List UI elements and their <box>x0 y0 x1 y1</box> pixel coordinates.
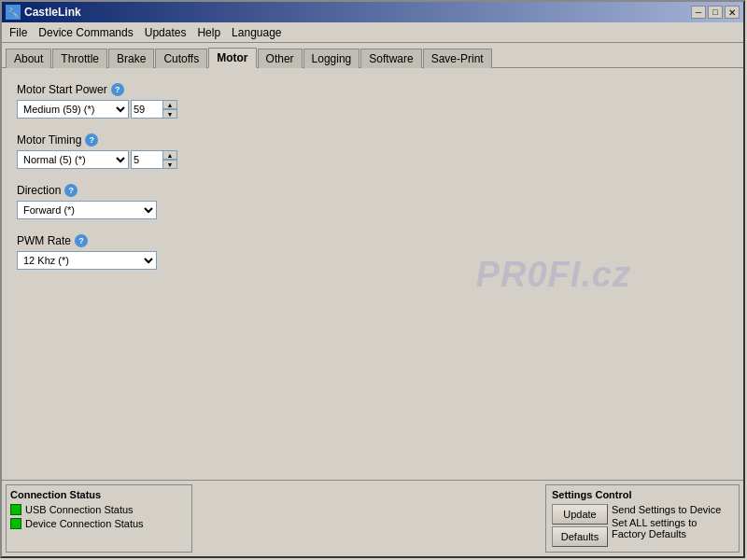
motor-timing-dropdown[interactable]: Normal (5) (*) Low (0) (*) High (10) (*) <box>17 150 129 169</box>
settings-control-panel: Settings Control Update Defaults Send Se… <box>545 484 740 553</box>
menu-bar: File Device Commands Updates Help Langua… <box>2 22 743 43</box>
motor-timing-input[interactable] <box>131 150 162 169</box>
tab-throttle[interactable]: Throttle <box>52 49 107 68</box>
settings-btn-group: Update Defaults <box>552 504 608 547</box>
tab-save-print[interactable]: Save-Print <box>423 49 492 68</box>
update-button[interactable]: Update <box>552 504 608 525</box>
settings-control-title: Settings Control <box>552 489 733 500</box>
settings-control-inner: Settings Control Update Defaults Send Se… <box>552 489 733 548</box>
motor-timing-up-button[interactable]: ▲ <box>162 150 177 160</box>
bottom-spacer <box>196 484 542 553</box>
motor-timing-control-row: Normal (5) (*) Low (0) (*) High (10) (*)… <box>17 150 728 169</box>
tab-motor[interactable]: Motor <box>208 48 256 68</box>
connection-status-panel: Connection Status USB Connection Status … <box>6 484 192 553</box>
motor-timing-label: Motor Timing <box>17 133 81 147</box>
defaults-button[interactable]: Defaults <box>552 526 608 547</box>
motor-start-power-down-button[interactable]: ▼ <box>162 109 177 119</box>
pwm-rate-label-row: PWM Rate ? <box>17 234 728 247</box>
tab-about[interactable]: About <box>6 49 51 68</box>
direction-label: Direction <box>17 184 61 197</box>
menu-file[interactable]: File <box>4 24 33 41</box>
direction-section: Direction ? Forward (*) Reversed (*) <box>17 184 728 219</box>
defaults-desc: Set ALL settings to Factory Defaults <box>612 517 733 539</box>
direction-label-row: Direction ? <box>17 184 728 197</box>
motor-start-power-help-icon[interactable]: ? <box>111 83 124 96</box>
usb-status-label: USB Connection Status <box>25 504 134 515</box>
motor-timing-label-row: Motor Timing ? <box>17 133 728 147</box>
title-text: CastleLink <box>24 6 81 19</box>
motor-start-power-dropdown[interactable]: Medium (59) (*) Low (20) (*) High (90) (… <box>17 100 129 119</box>
direction-dropdown[interactable]: Forward (*) Reversed (*) <box>17 201 157 219</box>
motor-start-power-section: Motor Start Power ? Medium (59) (*) Low … <box>17 83 728 119</box>
motor-start-power-up-button[interactable]: ▲ <box>162 100 177 109</box>
motor-start-power-label-row: Motor Start Power ? <box>17 83 728 96</box>
motor-timing-down-button[interactable]: ▼ <box>162 160 177 169</box>
tab-other[interactable]: Other <box>258 49 303 68</box>
title-buttons: ─ □ ✕ <box>691 6 740 19</box>
usb-status-indicator <box>10 504 21 515</box>
usb-status-row: USB Connection Status <box>10 504 188 515</box>
menu-device-commands[interactable]: Device Commands <box>33 24 138 41</box>
motor-start-power-spinbox: ▲ ▼ <box>131 100 177 119</box>
tab-brake[interactable]: Brake <box>108 49 154 68</box>
minimize-button[interactable]: ─ <box>691 6 706 19</box>
connection-status-title: Connection Status <box>10 489 188 500</box>
pwm-rate-help-icon[interactable]: ? <box>75 234 88 247</box>
app-window: 🔧 CastleLink ─ □ ✕ File Device Commands … <box>0 0 745 558</box>
title-bar-left: 🔧 CastleLink <box>6 5 81 20</box>
content-area: Motor Start Power ? Medium (59) (*) Low … <box>2 68 743 480</box>
settings-desc: Send Settings to Device Set ALL settings… <box>612 504 733 539</box>
menu-help[interactable]: Help <box>191 24 226 41</box>
menu-updates[interactable]: Updates <box>139 24 192 41</box>
restore-button[interactable]: □ <box>708 6 723 19</box>
pwm-rate-dropdown[interactable]: 12 Khz (*) 8 Khz (*) 16 Khz (*) <box>17 251 157 270</box>
close-button[interactable]: ✕ <box>725 6 740 19</box>
update-desc: Send Settings to Device <box>612 504 733 515</box>
pwm-rate-section: PWM Rate ? 12 Khz (*) 8 Khz (*) 16 Khz (… <box>17 234 728 270</box>
motor-timing-spinbox-buttons: ▲ ▼ <box>162 150 177 169</box>
pwm-rate-label: PWM Rate <box>17 234 71 247</box>
direction-help-icon[interactable]: ? <box>64 184 78 197</box>
app-icon: 🔧 <box>6 5 21 20</box>
tab-logging[interactable]: Logging <box>303 49 360 68</box>
motor-timing-help-icon[interactable]: ? <box>85 133 98 147</box>
tab-bar: About Throttle Brake Cutoffs Motor Other… <box>2 43 743 68</box>
tab-software[interactable]: Software <box>360 49 421 68</box>
device-status-row: Device Connection Status <box>10 518 188 529</box>
motor-timing-section: Motor Timing ? Normal (5) (*) Low (0) (*… <box>17 133 728 169</box>
bottom-bar: Connection Status USB Connection Status … <box>2 480 743 556</box>
motor-start-power-input[interactable] <box>131 100 162 119</box>
menu-language[interactable]: Language <box>226 24 287 41</box>
pwm-rate-control-row: 12 Khz (*) 8 Khz (*) 16 Khz (*) <box>17 251 728 270</box>
motor-start-power-control-row: Medium (59) (*) Low (20) (*) High (90) (… <box>17 100 728 119</box>
motor-start-power-label: Motor Start Power <box>17 83 107 96</box>
direction-control-row: Forward (*) Reversed (*) <box>17 201 728 219</box>
title-bar: 🔧 CastleLink ─ □ ✕ <box>2 2 743 22</box>
device-status-label: Device Connection Status <box>25 518 144 529</box>
motor-timing-spinbox: ▲ ▼ <box>131 150 177 169</box>
tab-cutoffs[interactable]: Cutoffs <box>155 49 207 68</box>
motor-start-power-spinbox-buttons: ▲ ▼ <box>162 100 177 119</box>
device-status-indicator <box>10 518 21 529</box>
